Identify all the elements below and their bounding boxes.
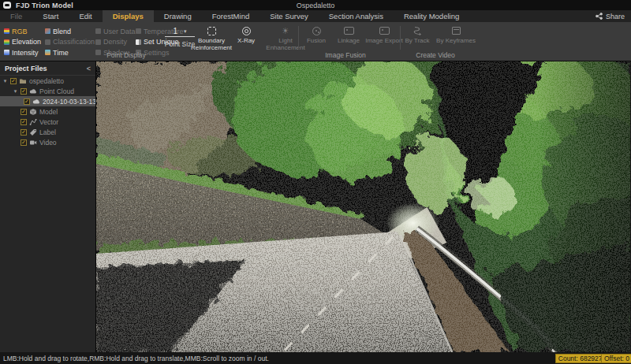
image-fusion-group-label: Image Fusion bbox=[302, 51, 389, 59]
title-bar: FJD Trion Model Ospedaletto bbox=[0, 0, 631, 10]
by-keyframes-icon bbox=[452, 27, 461, 35]
share-button[interactable]: Share bbox=[596, 10, 625, 22]
point-cloud-scene bbox=[96, 61, 630, 352]
set-unique-icon bbox=[136, 39, 141, 45]
linkage-icon bbox=[344, 27, 354, 35]
tree-item-scan-2024-10-03[interactable]: ✓ 2024-10-03-13-13-55_... ● bbox=[0, 96, 95, 106]
point-size-dropdown[interactable]: 1 ▾ bbox=[165, 27, 195, 37]
chevron-down-icon: ▾ bbox=[184, 28, 187, 35]
video-icon bbox=[29, 139, 37, 147]
collapse-panel-icon[interactable]: < bbox=[87, 65, 91, 72]
status-bar: LMB:Hold and drag to rotate,RMB:Hold and… bbox=[0, 352, 631, 364]
mouse-hint-text: LMB:Hold and drag to rotate,RMB:Hold and… bbox=[0, 355, 269, 362]
intensity-button[interactable]: Intensity bbox=[4, 47, 43, 58]
expander-icon[interactable]: ▾ bbox=[2, 78, 8, 84]
checkbox[interactable]: ✓ bbox=[10, 78, 17, 84]
user-data-button[interactable]: User Data bbox=[95, 26, 134, 37]
menu-reality-modeling[interactable]: Reality Modeling bbox=[394, 10, 469, 22]
elevation-icon bbox=[4, 39, 9, 45]
tree-item-model[interactable]: ✓ Model bbox=[0, 106, 95, 117]
share-icon bbox=[596, 13, 603, 20]
folder-icon bbox=[19, 77, 27, 85]
classification-button[interactable]: Classification bbox=[45, 37, 94, 48]
offset-badge: Offset: 0 bbox=[601, 354, 631, 363]
x-ray-icon bbox=[242, 27, 251, 35]
project-files-panel: Project Files < ▾ ✓ ospedaletto ▾ ✓ Poin… bbox=[0, 61, 96, 352]
create-video-group-label: Create Video bbox=[392, 51, 479, 59]
checkbox[interactable]: ✓ bbox=[24, 98, 30, 105]
tree-item-vector[interactable]: ✓ Vector bbox=[0, 117, 95, 127]
checkbox[interactable]: ✓ bbox=[21, 88, 27, 95]
ribbon-toolbar: RGB Elevation Intensity Blend Classifica… bbox=[0, 22, 631, 61]
checkbox[interactable]: ✓ bbox=[21, 129, 27, 136]
project-files-title: Project Files bbox=[5, 65, 47, 72]
tree-item-ospedaletto[interactable]: ▾ ✓ ospedaletto bbox=[0, 76, 95, 86]
menu-start[interactable]: Start bbox=[32, 10, 69, 22]
share-label: Share bbox=[606, 13, 625, 20]
ribbon-separator bbox=[400, 26, 401, 50]
model-icon bbox=[29, 108, 37, 116]
by-track-button[interactable]: By Track bbox=[401, 25, 433, 45]
cloud-icon bbox=[29, 87, 37, 95]
fusion-icon bbox=[312, 27, 321, 35]
menu-drawing[interactable]: Drawing bbox=[154, 10, 202, 22]
document-title: Ospedaletto bbox=[0, 2, 631, 9]
boundary-reinforcement-button[interactable]: Boundary Reinforcement bbox=[192, 25, 231, 51]
menu-section-analysis[interactable]: Section Analysis bbox=[319, 10, 394, 22]
menu-edit[interactable]: Edit bbox=[69, 10, 102, 22]
point-size-value: 1 bbox=[173, 27, 177, 35]
menu-bar: File Start Edit Displays Drawing ForestM… bbox=[0, 10, 631, 22]
checkbox[interactable]: ✓ bbox=[21, 139, 27, 146]
linkage-button[interactable]: Linkage bbox=[332, 25, 365, 45]
density-button[interactable]: Density bbox=[95, 37, 134, 48]
light-enhancement-icon: ☀ bbox=[282, 27, 289, 35]
menu-site-survey[interactable]: Site Survey bbox=[259, 10, 319, 22]
blend-button[interactable]: Blend bbox=[45, 26, 94, 37]
expander-icon[interactable]: ▾ bbox=[13, 88, 18, 95]
by-track-icon bbox=[413, 26, 422, 35]
checkbox[interactable]: ✓ bbox=[21, 119, 27, 125]
create-video-group: By Track By Keyframes bbox=[401, 25, 479, 45]
image-export-icon bbox=[379, 27, 390, 35]
viewport-3d[interactable] bbox=[96, 61, 630, 352]
elevation-button[interactable]: Elevation bbox=[4, 37, 43, 48]
user-data-icon bbox=[95, 28, 101, 34]
rgb-button[interactable]: RGB bbox=[4, 26, 43, 37]
tree-item-video[interactable]: ✓ Video bbox=[0, 137, 95, 147]
cloud-icon bbox=[32, 98, 40, 106]
density-icon bbox=[95, 39, 101, 45]
label-icon bbox=[29, 128, 37, 136]
time-icon bbox=[45, 50, 50, 55]
display-tools-group: Boundary Reinforcement X-Ray ☀ Light Enh… bbox=[192, 25, 310, 51]
rgb-icon bbox=[4, 28, 9, 34]
menu-file[interactable]: File bbox=[0, 10, 32, 22]
temperature-icon bbox=[136, 28, 141, 34]
tree-item-label[interactable]: ✓ Label bbox=[0, 127, 95, 137]
checkbox[interactable]: ✓ bbox=[21, 109, 27, 115]
menu-displays[interactable]: Displays bbox=[103, 10, 154, 22]
blend-icon bbox=[45, 28, 50, 34]
vector-icon bbox=[29, 118, 37, 126]
point-display-group-label: Point Display bbox=[83, 51, 170, 59]
x-ray-button[interactable]: X-Ray bbox=[231, 25, 261, 51]
tree-item-point-cloud[interactable]: ▾ ✓ Point Cloud bbox=[0, 86, 95, 96]
by-keyframes-button[interactable]: By Keyframes bbox=[433, 25, 479, 45]
intensity-icon bbox=[4, 50, 9, 55]
boundary-reinforcement-icon bbox=[207, 27, 216, 35]
classification-icon bbox=[45, 39, 50, 45]
ribbon-separator bbox=[298, 26, 299, 50]
menu-forestmind[interactable]: ForestMind bbox=[202, 10, 260, 22]
fusion-button[interactable]: Fusion bbox=[301, 25, 332, 45]
image-export-button[interactable]: Image Export bbox=[365, 25, 403, 45]
image-fusion-group: Fusion Linkage Image Export bbox=[301, 25, 403, 45]
